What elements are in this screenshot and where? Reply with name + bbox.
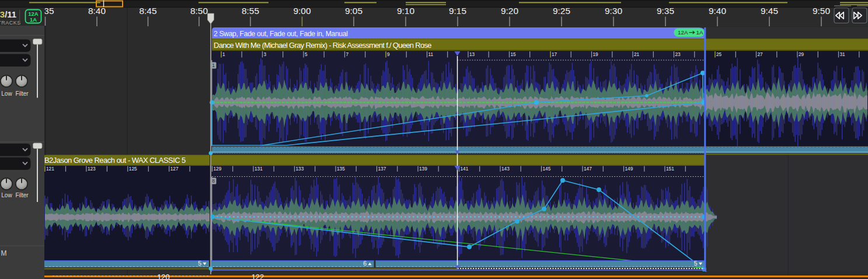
svg-text:122: 122 [252,273,264,279]
svg-text:139: 139 [419,166,427,172]
svg-text:31: 31 [840,51,846,57]
svg-text:123: 123 [88,166,96,172]
svg-text:13: 13 [469,51,475,57]
svg-text:12A: 12A [678,29,688,36]
svg-text:25: 25 [716,51,722,57]
svg-text:7: 7 [346,51,349,57]
svg-text:19: 19 [593,51,599,57]
svg-text:8:50: 8:50 [190,6,208,16]
svg-text:9:00: 9:00 [293,6,311,16]
svg-text:Filter: Filter [15,90,29,97]
svg-text:135: 135 [337,166,345,172]
svg-text:6: 6 [363,260,367,267]
svg-text:121: 121 [46,166,54,172]
svg-text:1: 1 [222,51,225,57]
svg-text:23: 23 [675,51,681,57]
svg-text:B2Jason Grove Reach out - WAX: B2Jason Grove Reach out - WAX CLASSIC 5 [44,156,186,165]
svg-text:1A: 1A [696,29,703,36]
svg-text:3: 3 [264,51,267,57]
svg-text:129: 129 [214,166,222,172]
svg-text:131: 131 [255,166,263,172]
svg-text:125: 125 [129,166,137,172]
svg-text:8:45: 8:45 [139,6,156,16]
svg-text:15: 15 [511,51,517,57]
svg-text:Low: Low [1,192,12,198]
svg-text:2 Swap, Fade out, Fade out, Fa: 2 Swap, Fade out, Fade out, Fade in, Man… [214,30,348,38]
svg-text:149: 149 [625,166,633,172]
svg-text:5: 5 [198,260,201,267]
svg-text:9:40: 9:40 [709,6,727,16]
svg-text:9:15: 9:15 [449,6,466,16]
svg-text:9:50: 9:50 [813,6,831,16]
svg-text:127: 127 [170,166,179,172]
svg-text:9:20: 9:20 [501,6,519,16]
svg-text:Dance With Me (Michael Gray Re: Dance With Me (Michael Gray Remix) - Ris… [214,41,431,50]
svg-text:11: 11 [428,51,434,57]
svg-text:9:05: 9:05 [345,6,362,16]
svg-text:8:40: 8:40 [88,6,106,16]
svg-text:143: 143 [501,166,510,172]
svg-text:Filter: Filter [15,192,29,198]
svg-text:5: 5 [694,260,698,267]
svg-text:Low: Low [1,90,12,97]
svg-text:8: 8 [212,178,215,184]
svg-text:3/11: 3/11 [0,9,16,19]
svg-text:M: M [1,249,7,257]
svg-text:8:55: 8:55 [242,6,259,16]
svg-text:9:35: 9:35 [657,6,674,16]
svg-text:9:45: 9:45 [761,6,778,16]
svg-text:1A: 1A [30,16,37,23]
svg-text:21: 21 [634,51,640,57]
svg-text:1: 1 [212,62,215,68]
svg-text:9:25: 9:25 [553,6,570,16]
svg-text:9: 9 [387,51,390,57]
svg-text:133: 133 [296,166,304,172]
svg-text:17: 17 [552,51,557,57]
svg-text:141: 141 [461,166,469,172]
svg-text:9:30: 9:30 [605,6,623,16]
svg-text:5: 5 [305,51,308,57]
svg-text:9:10: 9:10 [397,6,415,16]
svg-text:120: 120 [157,273,170,279]
svg-text:137: 137 [378,166,386,172]
svg-text:TRACKS: TRACKS [0,20,21,26]
svg-text:147: 147 [584,166,592,172]
svg-text:151: 151 [666,166,674,172]
svg-text:27: 27 [758,51,764,57]
svg-text:145: 145 [543,166,551,172]
svg-text:29: 29 [799,51,804,57]
